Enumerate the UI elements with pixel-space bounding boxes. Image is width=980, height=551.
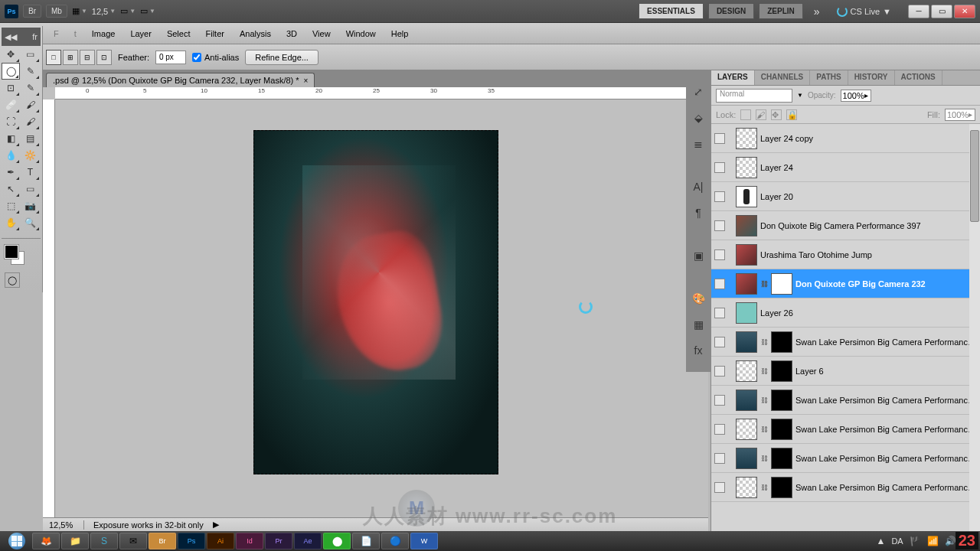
layer-thumb[interactable]	[736, 448, 757, 469]
panel-icon-transform[interactable]: ⤢	[688, 81, 709, 103]
panel-icon-mask[interactable]: ⬙	[688, 107, 709, 129]
tray-volume-icon[interactable]: 🔊	[945, 536, 956, 546]
selection-add-icon[interactable]: ⊞	[63, 50, 78, 65]
layer-name[interactable]: Layer 24	[760, 163, 977, 172]
layers-scrollbar[interactable]	[969, 124, 980, 531]
eraser-tool[interactable]: ◧	[2, 130, 20, 147]
layer-mask-thumb[interactable]	[771, 273, 792, 295]
antialias-checkbox[interactable]: Anti-alias	[192, 53, 239, 62]
layer-row[interactable]: ⛓ Swan Lake Persimon Big Camera Performa…	[711, 473, 980, 502]
shape-tool[interactable]: ▭	[21, 181, 40, 197]
layer-link-icon[interactable]: ⛓	[760, 367, 768, 375]
taskbar-word-icon[interactable]: W	[410, 533, 438, 549]
opacity-input[interactable]: 100% ▸	[841, 90, 871, 102]
layer-mask-thumb[interactable]	[771, 390, 792, 411]
layer-visibility-toggle[interactable]	[714, 337, 725, 347]
gradient-tool[interactable]: ▤	[21, 130, 40, 147]
layer-name[interactable]: Swan Lake Persimon Big Camera Performanc…	[795, 396, 977, 405]
taskbar-mail-icon[interactable]: ✉	[119, 533, 147, 549]
panel-icon-adjustments[interactable]: ≣	[688, 133, 709, 155]
layer-mask-thumb[interactable]	[771, 448, 792, 469]
layer-link-icon[interactable]: ⛓	[760, 396, 768, 404]
layer-row[interactable]: Layer 24	[711, 153, 980, 182]
status-menu-arrow-icon[interactable]: ▶	[213, 520, 219, 530]
layer-name[interactable]: Don Quixote GP Big Camera 232	[795, 279, 977, 289]
layer-name[interactable]: Layer 6	[795, 367, 977, 376]
menu-edit[interactable]: t	[67, 26, 84, 41]
3d-tool[interactable]: ⬚	[2, 197, 20, 214]
layer-mask-thumb[interactable]	[771, 360, 792, 382]
tab-paths[interactable]: PATHS	[810, 70, 848, 85]
minimize-button[interactable]: ─	[908, 5, 929, 18]
layer-row[interactable]: ⛓ Don Quixote GP Big Camera 232	[711, 269, 980, 298]
stamp-tool[interactable]: ⛶	[2, 113, 20, 130]
layer-link-icon[interactable]: ⛓	[760, 455, 768, 462]
healing-tool[interactable]: 🩹	[2, 96, 20, 113]
path-select-tool[interactable]: ↖	[2, 181, 20, 197]
layer-name[interactable]: Layer 26	[760, 308, 977, 318]
layer-name[interactable]: Layer 20	[760, 192, 977, 201]
selection-intersect-icon[interactable]: ⊡	[96, 50, 112, 65]
tab-channels[interactable]: CHANNELS	[755, 70, 811, 85]
layer-thumb[interactable]	[736, 186, 757, 207]
layer-thumb[interactable]	[736, 331, 757, 353]
layer-link-icon[interactable]: ⛓	[760, 425, 768, 433]
layer-visibility-toggle[interactable]	[714, 453, 725, 464]
menu-window[interactable]: Window	[338, 26, 384, 41]
pen-tool[interactable]: ✒	[2, 164, 20, 181]
taskbar-photoshop-icon[interactable]: Ps	[178, 533, 205, 549]
extras-dropdown[interactable]: ▭▼	[140, 6, 155, 16]
layer-thumb[interactable]	[736, 419, 757, 440]
tray-lang[interactable]: DA	[891, 536, 903, 546]
start-button[interactable]	[3, 532, 31, 550]
lock-transparency-icon[interactable]	[740, 109, 751, 120]
layer-visibility-toggle[interactable]	[714, 395, 725, 406]
dodge-tool[interactable]: 🔆	[21, 147, 40, 164]
bridge-button[interactable]: Br	[23, 5, 41, 18]
menu-3d[interactable]: 3D	[279, 26, 305, 41]
blend-mode-dropdown[interactable]: Normal	[716, 89, 792, 103]
taskbar-bridge-icon[interactable]: Br	[149, 533, 176, 549]
ruler-vertical[interactable]	[43, 99, 55, 517]
taskbar-premiere-icon[interactable]: Pr	[265, 533, 292, 549]
arrange-docs-dropdown[interactable]: ▦▼	[72, 6, 87, 16]
panel-icon-navigator[interactable]: ▣	[688, 245, 709, 266]
layer-name[interactable]: Swan Lake Persimon Big Camera Performanc…	[795, 483, 977, 492]
quick-select-tool[interactable]: ✎	[21, 63, 40, 80]
tab-history[interactable]: HISTORY	[848, 70, 895, 85]
layer-thumb[interactable]	[736, 302, 757, 324]
layer-row[interactable]: ⛓ Layer 6	[711, 357, 980, 386]
layer-thumb[interactable]	[736, 244, 757, 266]
layer-thumb[interactable]	[736, 273, 757, 295]
quickmask-button[interactable]: ◯	[5, 272, 20, 288]
crop-tool[interactable]: ⊡	[2, 80, 20, 96]
layer-name[interactable]: Layer 24 copy	[760, 134, 977, 143]
layer-row[interactable]: ⛓ Swan Lake Persimon Big Camera Performa…	[711, 415, 980, 444]
workspace-design[interactable]: DESIGN	[708, 3, 754, 19]
layer-name[interactable]: Don Quixote Big Camera Performance 397	[760, 221, 977, 230]
zoom-dropdown[interactable]: 12,5 ▼	[92, 7, 116, 16]
menu-analysis[interactable]: Analysis	[232, 26, 279, 41]
taskbar-firefox-icon[interactable]: 🦊	[32, 533, 60, 549]
menu-file[interactable]: F	[46, 26, 67, 41]
tray-flag-icon[interactable]: 🏴	[910, 536, 921, 546]
feather-input[interactable]	[155, 51, 186, 64]
tray-expand-icon[interactable]: ▲	[877, 536, 886, 546]
taskbar-explorer-icon[interactable]: 📁	[61, 533, 89, 549]
panel-icon-styles[interactable]: fx	[688, 340, 709, 361]
panel-icon-color[interactable]: 🎨	[688, 288, 709, 309]
layer-name[interactable]: Urashima Taro Otohime Jump	[760, 250, 977, 259]
layer-mask-thumb[interactable]	[771, 331, 792, 353]
menu-select[interactable]: Select	[159, 26, 198, 41]
taskbar-app3-icon[interactable]: 🔵	[381, 533, 409, 549]
workspace-more-button[interactable]: »	[808, 5, 826, 18]
taskbar-skype-icon[interactable]: S	[90, 533, 118, 549]
maximize-button[interactable]: ▭	[931, 5, 952, 18]
move-tool[interactable]: ✥	[2, 46, 20, 63]
layer-thumb[interactable]	[736, 360, 757, 382]
layer-visibility-toggle[interactable]	[714, 308, 725, 318]
layer-link-icon[interactable]: ⛓	[760, 280, 768, 288]
taskbar-indesign-icon[interactable]: Id	[236, 533, 263, 549]
status-zoom[interactable]: 12,5%	[46, 520, 84, 530]
layer-name[interactable]: Swan Lake Persimon Big Camera Performanc…	[795, 454, 977, 463]
